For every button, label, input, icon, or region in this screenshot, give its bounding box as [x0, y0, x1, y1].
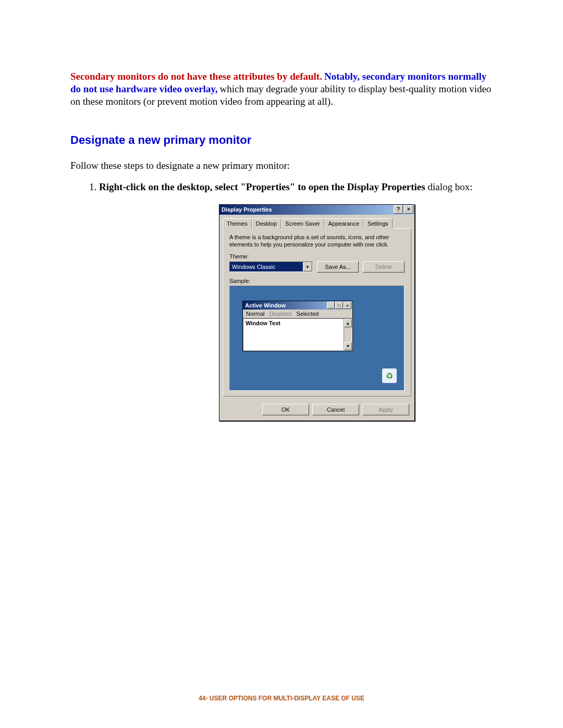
tab-appearance[interactable]: Appearance: [324, 218, 363, 229]
minimize-icon: _: [327, 302, 335, 309]
tab-screen-saver[interactable]: Screen Saver: [281, 218, 324, 229]
intro-red-text: Secondary monitors do not have these att…: [70, 71, 322, 82]
step-1: Right-click on the desktop, select "Prop…: [99, 181, 493, 194]
dialog-button-row: OK Cancel Apply: [219, 400, 414, 421]
sample-window-title: Active Window: [245, 302, 326, 309]
sample-active-window: Active Window _ □ × Normal Disabled Sele…: [242, 301, 353, 351]
sample-label: Sample:: [229, 278, 405, 284]
ok-button[interactable]: OK: [262, 404, 309, 415]
scroll-down-icon: ▼: [344, 342, 352, 350]
menu-selected: Selected: [297, 311, 319, 317]
sample-window-body: Window Text ▲ ▼: [243, 318, 352, 351]
footer-text: USER OPTIONS FOR MULTI-DISPLAY EASE OF U…: [210, 695, 364, 702]
menu-normal: Normal: [246, 311, 264, 317]
page-footer: 44- USER OPTIONS FOR MULTI-DISPLAY EASE …: [0, 695, 563, 702]
close-button[interactable]: ×: [404, 205, 413, 214]
theme-description: A theme is a background plus a set of so…: [229, 234, 405, 249]
theme-combobox-value: Windows Classic: [230, 264, 303, 270]
theme-combobox[interactable]: Windows Classic ▼: [229, 262, 313, 272]
help-button[interactable]: ?: [394, 205, 403, 214]
close-icon: ×: [344, 302, 351, 309]
cancel-button[interactable]: Cancel: [312, 404, 359, 415]
dialog-title: Display Properties: [222, 206, 393, 213]
delete-button: Delete: [363, 261, 405, 273]
step-list: Right-click on the desktop, select "Prop…: [70, 181, 493, 194]
sample-window-titlebar: Active Window _ □ ×: [243, 301, 352, 310]
sample-preview: Active Window _ □ × Normal Disabled Sele…: [229, 286, 405, 391]
dialog-titlebar: Display Properties ? ×: [219, 205, 414, 215]
section-heading: Designate a new primary monitor: [70, 133, 493, 147]
step-1-rest: dialog box:: [425, 181, 473, 192]
tab-settings[interactable]: Settings: [363, 218, 393, 229]
tab-themes[interactable]: Themes: [223, 218, 252, 229]
chevron-down-icon[interactable]: ▼: [303, 262, 312, 272]
intro-paragraph: Secondary monitors do not have these att…: [70, 70, 493, 107]
display-properties-dialog: Display Properties ? × Themes Desktop Sc…: [219, 204, 415, 422]
tab-desktop[interactable]: Desktop: [252, 218, 281, 229]
sample-window-menu: Normal Disabled Selected: [243, 310, 352, 318]
step-1-bold: Right-click on the desktop, select "Prop…: [99, 181, 425, 192]
menu-disabled: Disabled: [270, 311, 292, 317]
dialog-screenshot: Display Properties ? × Themes Desktop Sc…: [219, 204, 493, 422]
save-as-button[interactable]: Save As...: [317, 261, 359, 273]
tab-row: Themes Desktop Screen Saver Appearance S…: [223, 218, 411, 229]
maximize-icon: □: [335, 302, 343, 309]
theme-label: Theme:: [229, 253, 405, 260]
scrollbar: ▲ ▼: [344, 319, 352, 350]
footer-page-number: 44-: [199, 695, 207, 702]
tab-body: A theme is a background plus a set of so…: [223, 229, 411, 397]
recycle-bin-icon: ♻: [382, 368, 397, 383]
scroll-up-icon: ▲: [344, 319, 352, 327]
follow-text: Follow these steps to designate a new pr…: [70, 160, 493, 171]
apply-button: Apply: [362, 404, 409, 415]
sample-window-text: Window Text: [246, 320, 280, 326]
